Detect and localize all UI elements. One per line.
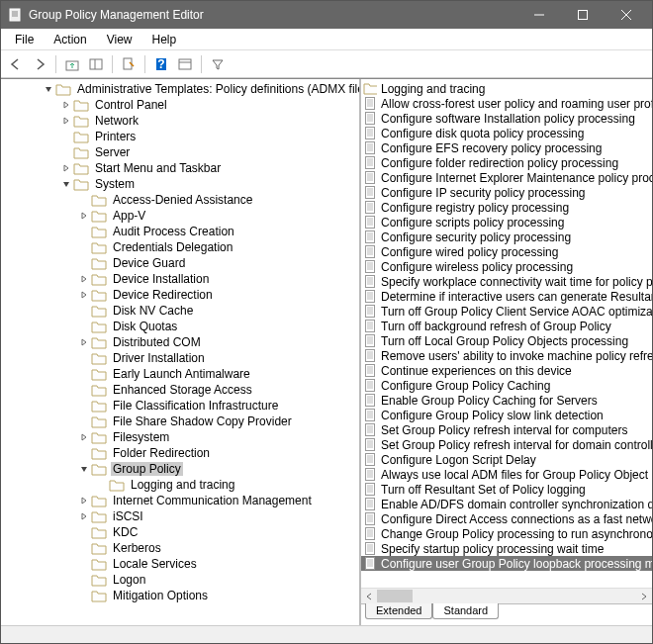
chevron-right-icon[interactable] xyxy=(60,162,72,174)
help-button[interactable]: ? xyxy=(150,53,172,75)
tree-item[interactable]: Access-Denied Assistance xyxy=(1,192,359,208)
tree-item[interactable]: Distributed COM xyxy=(1,334,359,350)
list-item[interactable]: Always use local ADM files for Group Pol… xyxy=(361,467,652,482)
menu-action[interactable]: Action xyxy=(44,31,96,48)
tree-item[interactable]: System xyxy=(1,176,359,192)
list-item[interactable]: Determine if interactive users can gener… xyxy=(361,289,652,304)
list-item[interactable]: Set Group Policy refresh interval for do… xyxy=(361,437,652,452)
tree-item[interactable]: Network xyxy=(1,113,359,129)
tree-item[interactable]: Audit Process Creation xyxy=(1,224,359,239)
list-item[interactable]: Configure disk quota policy processing xyxy=(361,126,652,140)
list-item[interactable]: Specify startup policy processing wait t… xyxy=(361,541,652,556)
chevron-right-icon[interactable] xyxy=(78,495,90,506)
tree-item[interactable]: Device Installation xyxy=(1,271,359,287)
maximize-button[interactable] xyxy=(561,1,605,29)
list-item[interactable]: Configure wireless policy processing xyxy=(361,259,652,274)
tree-root[interactable]: Administrative Templates: Policy definit… xyxy=(1,81,359,97)
list-item[interactable]: Turn off Resultant Set of Policy logging xyxy=(361,482,652,497)
list-item[interactable]: Remove users' ability to invoke machine … xyxy=(361,348,652,363)
list-item[interactable]: Configure Direct Access connections as a… xyxy=(361,511,652,526)
list-item[interactable]: Logging and tracing xyxy=(361,81,652,96)
tree-item[interactable]: File Classification Infrastructure xyxy=(1,398,359,414)
list-item[interactable]: Configure security policy processing xyxy=(361,230,652,244)
tree-item[interactable]: Start Menu and Taskbar xyxy=(1,160,359,176)
tree-item[interactable]: Group Policy xyxy=(1,461,359,477)
menu-file[interactable]: File xyxy=(5,31,44,48)
tree-item[interactable]: Control Panel xyxy=(1,97,359,113)
chevron-right-icon[interactable] xyxy=(78,289,90,301)
list-item[interactable]: Configure Logon Script Delay xyxy=(361,452,652,467)
list-item[interactable]: Configure Group Policy Caching xyxy=(361,378,652,393)
chevron-down-icon[interactable] xyxy=(60,178,72,190)
tree-item[interactable]: Device Redirection xyxy=(1,287,359,303)
tree-view[interactable]: Administrative Templates: Policy definit… xyxy=(1,79,359,625)
list-item[interactable]: Configure folder redirection policy proc… xyxy=(361,155,652,170)
tree-item[interactable]: Early Launch Antimalware xyxy=(1,366,359,382)
list-item[interactable]: Continue experiences on this device xyxy=(361,363,652,378)
menu-help[interactable]: Help xyxy=(142,31,187,48)
forward-button[interactable] xyxy=(29,53,50,75)
tree-item[interactable]: Logging and tracing xyxy=(1,477,359,493)
tree-item[interactable]: File Share Shadow Copy Provider xyxy=(1,414,359,429)
up-button[interactable] xyxy=(61,53,83,75)
filter-button[interactable] xyxy=(207,53,229,75)
back-button[interactable] xyxy=(5,53,27,75)
tree-item[interactable]: Logon xyxy=(1,572,359,588)
scroll-left-icon[interactable] xyxy=(361,589,377,603)
tree-item[interactable]: Device Guard xyxy=(1,255,359,271)
list-item[interactable]: Configure Group Policy slow link detecti… xyxy=(361,408,652,422)
scroll-thumb[interactable] xyxy=(377,590,413,602)
list-item[interactable]: Configure wired policy processing xyxy=(361,244,652,259)
list-item[interactable]: Configure Internet Explorer Maintenance … xyxy=(361,170,652,185)
minimize-button[interactable] xyxy=(517,1,561,29)
list-item[interactable]: Change Group Policy processing to run as… xyxy=(361,526,652,541)
tree-item[interactable]: Enhanced Storage Access xyxy=(1,382,359,398)
chevron-right-icon[interactable] xyxy=(60,99,72,111)
list-item[interactable]: Turn off background refresh of Group Pol… xyxy=(361,319,652,333)
chevron-right-icon[interactable] xyxy=(78,336,90,348)
tree-item[interactable]: Disk NV Cache xyxy=(1,303,359,319)
horizontal-scrollbar[interactable] xyxy=(361,588,652,603)
tree-item[interactable]: iSCSI xyxy=(1,508,359,524)
chevron-right-icon[interactable] xyxy=(60,115,72,127)
tree-item[interactable]: Folder Redirection xyxy=(1,445,359,461)
chevron-right-icon[interactable] xyxy=(78,510,90,522)
scroll-right-icon[interactable] xyxy=(636,589,652,603)
list-item[interactable]: Turn off Local Group Policy Objects proc… xyxy=(361,333,652,348)
list-item[interactable]: Configure user Group Policy loopback pro… xyxy=(361,556,652,571)
tree-item[interactable]: Locale Services xyxy=(1,556,359,572)
list-item[interactable]: Configure EFS recovery policy processing xyxy=(361,140,652,155)
chevron-right-icon[interactable] xyxy=(78,210,90,222)
properties-button[interactable] xyxy=(174,53,196,75)
list-item[interactable]: Configure software Installation policy p… xyxy=(361,111,652,126)
close-button[interactable] xyxy=(605,1,648,29)
chevron-right-icon[interactable] xyxy=(78,273,90,285)
chevron-down-icon[interactable] xyxy=(43,83,54,95)
tree-item[interactable]: KDC xyxy=(1,524,359,540)
list-item[interactable]: Turn off Group Policy Client Service AOA… xyxy=(361,304,652,319)
list-item[interactable]: Configure registry policy processing xyxy=(361,200,652,215)
list-item[interactable]: Configure IP security policy processing xyxy=(361,185,652,200)
tree-item[interactable]: Filesystem xyxy=(1,429,359,445)
tree-item[interactable]: Credentials Delegation xyxy=(1,239,359,255)
list-item[interactable]: Configure scripts policy processing xyxy=(361,215,652,230)
tree-item[interactable]: Server xyxy=(1,144,359,160)
settings-list[interactable]: Logging and tracingAllow cross-forest us… xyxy=(361,79,652,588)
list-item[interactable]: Specify workplace connectivity wait time… xyxy=(361,274,652,289)
tab-standard[interactable]: Standard xyxy=(432,603,499,619)
tree-item[interactable]: App-V xyxy=(1,208,359,224)
tree-item[interactable]: Driver Installation xyxy=(1,350,359,366)
tab-extended[interactable]: Extended xyxy=(365,603,432,619)
tree-item[interactable]: Internet Communication Management xyxy=(1,493,359,508)
show-hide-button[interactable] xyxy=(85,53,107,75)
list-item[interactable]: Enable Group Policy Caching for Servers xyxy=(361,393,652,408)
menu-view[interactable]: View xyxy=(97,31,142,48)
chevron-right-icon[interactable] xyxy=(78,431,90,443)
tree-item[interactable]: Mitigation Options xyxy=(1,588,359,603)
list-item[interactable]: Enable AD/DFS domain controller synchron… xyxy=(361,497,652,511)
tree-item[interactable]: Printers xyxy=(1,129,359,144)
chevron-down-icon[interactable] xyxy=(78,463,90,475)
list-item[interactable]: Set Group Policy refresh interval for co… xyxy=(361,422,652,437)
export-button[interactable] xyxy=(118,53,140,75)
tree-item[interactable]: Kerberos xyxy=(1,540,359,556)
